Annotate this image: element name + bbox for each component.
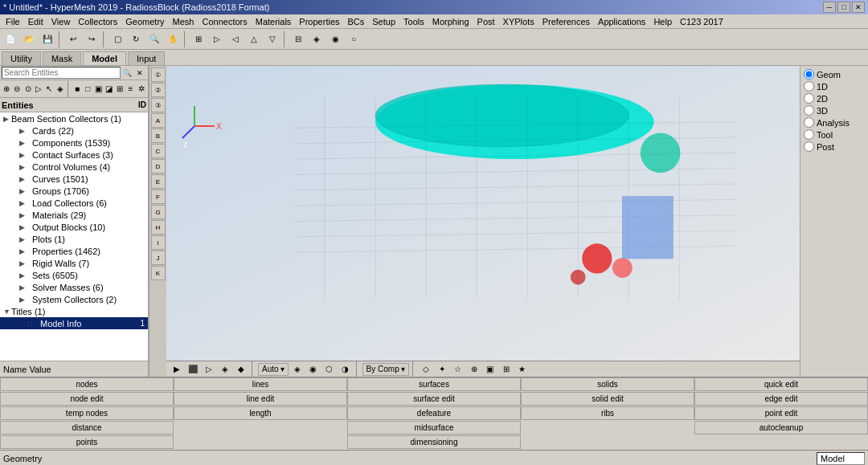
- toolbar-select[interactable]: ▢: [108, 31, 126, 48]
- menu-item-xyplots[interactable]: XYPlots: [499, 16, 538, 27]
- tab-model[interactable]: Model: [83, 51, 126, 65]
- entity-item[interactable]: ▶Control Volumes (4): [0, 161, 148, 173]
- search-input[interactable]: [2, 67, 121, 79]
- entity-tb-7[interactable]: □: [83, 82, 92, 96]
- ri-btn-4[interactable]: A: [151, 113, 166, 128]
- ri-btn-3[interactable]: ③: [151, 98, 166, 112]
- entity-tb-9[interactable]: ◪: [104, 82, 114, 96]
- ri-btn-14[interactable]: K: [151, 266, 166, 280]
- grid-btn-1-4[interactable]: edge edit: [694, 392, 868, 406]
- toolbar-hide[interactable]: ◉: [326, 31, 344, 48]
- radio-item-analysis[interactable]: Analysis: [804, 117, 865, 128]
- ri-btn-13[interactable]: J: [151, 251, 166, 265]
- grid-btn-1-1[interactable]: line edit: [174, 392, 347, 406]
- grid-btn-4-0[interactable]: points: [0, 435, 174, 449]
- menu-item-file[interactable]: File: [2, 16, 24, 27]
- grid-btn-0-4[interactable]: quick edit: [694, 377, 868, 391]
- toolbar-view4[interactable]: ▽: [264, 31, 281, 48]
- tab-utility[interactable]: Utility: [2, 51, 41, 65]
- ri-btn-2[interactable]: ②: [151, 83, 166, 97]
- grid-btn-0-0[interactable]: nodes: [0, 377, 174, 391]
- vp-tb-7[interactable]: ◉: [306, 363, 321, 376]
- toolbar-fit[interactable]: ⊞: [190, 31, 207, 48]
- menu-item-setup[interactable]: Setup: [368, 16, 399, 27]
- ri-btn-12[interactable]: I: [151, 235, 166, 250]
- entity-tb-4[interactable]: ▷: [34, 82, 43, 96]
- clear-search-icon[interactable]: ✕: [133, 67, 146, 80]
- grid-btn-3-4[interactable]: autocleanup: [694, 421, 868, 434]
- radio-2d[interactable]: [804, 93, 814, 104]
- toolbar-open[interactable]: 📂: [20, 31, 38, 48]
- menu-item-morphing[interactable]: Morphing: [428, 16, 473, 27]
- entity-tb-1[interactable]: ⊕: [2, 82, 11, 96]
- entity-tb-3[interactable]: ⊙: [23, 82, 33, 96]
- menu-item-c123-2017[interactable]: C123 2017: [676, 16, 727, 27]
- entity-item[interactable]: ▶Materials (29): [0, 209, 148, 221]
- entity-item[interactable]: ▶Output Blocks (10): [0, 221, 148, 233]
- menu-item-mesh[interactable]: Mesh: [169, 16, 199, 27]
- vp-tb-15[interactable]: ⊞: [499, 363, 514, 376]
- toolbar-geom[interactable]: ◈: [308, 31, 326, 48]
- entity-tb-5[interactable]: ◈: [55, 82, 65, 96]
- grid-btn-1-0[interactable]: node edit: [0, 392, 174, 406]
- tab-mask[interactable]: Mask: [43, 51, 81, 65]
- menu-item-view[interactable]: View: [47, 16, 75, 27]
- by-comp-btn[interactable]: By Comp ▾: [362, 363, 409, 376]
- menu-item-applications[interactable]: Applications: [594, 16, 649, 27]
- vp-tb-11[interactable]: ✦: [435, 363, 449, 376]
- radio-tool[interactable]: [804, 129, 814, 140]
- menu-item-geometry[interactable]: Geometry: [121, 16, 168, 27]
- grid-btn-1-3[interactable]: solid edit: [521, 392, 694, 406]
- radio-item-tool[interactable]: Tool: [804, 129, 865, 140]
- entity-tb-cursor[interactable]: ↖: [44, 82, 54, 96]
- entity-tb-2[interactable]: ⊖: [12, 82, 22, 96]
- toolbar-undo[interactable]: ↩: [64, 31, 82, 48]
- entity-item[interactable]: □Model Info1: [0, 317, 148, 329]
- ri-btn-8[interactable]: E: [151, 174, 166, 189]
- grid-btn-1-2[interactable]: surface edit: [347, 392, 521, 406]
- entity-list[interactable]: ▶Beam Section Collectors (1)▶Cards (22)▶…: [0, 112, 148, 361]
- close-button[interactable]: ✕: [852, 2, 865, 13]
- vp-tb-2[interactable]: ⬛: [186, 363, 200, 376]
- radio-item-2d[interactable]: 2D: [804, 93, 865, 104]
- entity-item[interactable]: ▶Beam Section Collectors (1): [0, 112, 148, 124]
- vp-tb-10[interactable]: ◇: [419, 363, 433, 376]
- toolbar-view1[interactable]: ▷: [208, 31, 226, 48]
- entity-tb-11[interactable]: ≡: [125, 82, 135, 96]
- entity-item[interactable]: ▶System Collectors (2): [0, 293, 148, 305]
- toolbar-rotate[interactable]: ↻: [127, 31, 145, 48]
- vp-tb-4[interactable]: ◈: [218, 363, 232, 376]
- toolbar-zoom[interactable]: 🔍: [145, 31, 163, 48]
- toolbar-view3[interactable]: △: [245, 31, 263, 48]
- 3d-viewport[interactable]: X Z ▶ ⬛ ▷ ◈ ◆ Auto ▾ ◈ ◉ ⬡ ◑ By Comp: [166, 66, 800, 377]
- menu-item-bcs[interactable]: BCs: [344, 16, 369, 27]
- vp-tb-16[interactable]: ★: [515, 363, 530, 376]
- entity-item[interactable]: ▶Properties (1462): [0, 245, 148, 257]
- entity-item[interactable]: ▶Cards (22): [0, 124, 148, 137]
- toolbar-redo[interactable]: ↪: [83, 31, 100, 48]
- entity-item[interactable]: ▶Solver Masses (6): [0, 281, 148, 293]
- menu-item-post[interactable]: Post: [473, 16, 499, 27]
- ri-btn-10[interactable]: G: [151, 205, 166, 219]
- radio-post[interactable]: [804, 141, 814, 152]
- toolbar-view2[interactable]: ◁: [227, 31, 244, 48]
- radio-3d[interactable]: [804, 105, 814, 116]
- ri-btn-6[interactable]: C: [151, 144, 166, 158]
- grid-btn-2-4[interactable]: point edit: [694, 406, 868, 420]
- grid-btn-3-2[interactable]: midsurface: [347, 421, 521, 434]
- grid-btn-3-0[interactable]: distance: [0, 421, 174, 434]
- entity-item[interactable]: ▶Rigid Walls (7): [0, 257, 148, 269]
- vp-tb-13[interactable]: ⊕: [467, 363, 481, 376]
- menu-item-properties[interactable]: Properties: [295, 16, 343, 27]
- grid-btn-2-3[interactable]: ribs: [521, 406, 694, 420]
- menu-item-connectors[interactable]: Connectors: [198, 16, 251, 27]
- tab-input[interactable]: Input: [128, 51, 165, 65]
- menu-item-edit[interactable]: Edit: [24, 16, 47, 27]
- grid-btn-0-3[interactable]: solids: [521, 377, 694, 391]
- entity-tb-6[interactable]: ■: [72, 82, 82, 96]
- toolbar-mesh[interactable]: ⊟: [289, 31, 307, 48]
- entity-item[interactable]: ▶Components (1539): [0, 137, 148, 149]
- vp-tb-12[interactable]: ☆: [451, 363, 465, 376]
- vp-tb-8[interactable]: ⬡: [322, 363, 337, 376]
- ri-btn-7[interactable]: D: [151, 159, 166, 173]
